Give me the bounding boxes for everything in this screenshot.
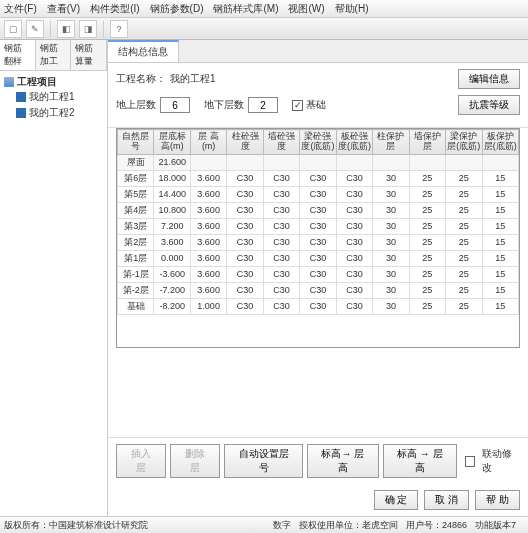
menu-viewm[interactable]: 视图(W) — [288, 2, 324, 16]
table-cell[interactable]: C30 — [227, 250, 263, 266]
table-cell[interactable]: 15 — [482, 250, 518, 266]
table-cell[interactable]: 3.600 — [190, 218, 226, 234]
table-cell[interactable]: C30 — [263, 186, 299, 202]
table-cell[interactable]: C30 — [336, 282, 372, 298]
table-cell[interactable]: C30 — [227, 218, 263, 234]
col-header[interactable]: 柱保护层 — [373, 130, 409, 155]
table-cell[interactable]: C30 — [263, 170, 299, 186]
table-cell[interactable]: 3.600 — [190, 282, 226, 298]
edit-info-button[interactable]: 编辑信息 — [458, 69, 520, 89]
table-cell[interactable]: 第6层 — [118, 170, 154, 186]
table-row[interactable]: 基础-8.2001.000C30C30C30C3030252515 — [118, 298, 519, 314]
table-cell[interactable]: C30 — [263, 218, 299, 234]
table-row[interactable]: 第4层10.8003.600C30C30C30C3030252515 — [118, 202, 519, 218]
col-header[interactable]: 板砼强度(底筋) — [336, 130, 372, 155]
table-cell[interactable]: 30 — [373, 298, 409, 314]
table-cell[interactable]: 30 — [373, 234, 409, 250]
elev-to-height-button[interactable]: 标高→ 层高 — [307, 444, 379, 478]
table-cell[interactable]: C30 — [336, 250, 372, 266]
table-cell[interactable]: 25 — [446, 218, 482, 234]
table-cell[interactable]: C30 — [336, 298, 372, 314]
table-cell[interactable]: 25 — [409, 234, 445, 250]
table-cell[interactable]: 21.600 — [154, 154, 190, 170]
table-cell[interactable]: 1.000 — [190, 298, 226, 314]
table-cell[interactable]: 3.600 — [190, 250, 226, 266]
table-cell[interactable]: 30 — [373, 250, 409, 266]
col-header[interactable]: 自然层号 — [118, 130, 154, 155]
table-row[interactable]: 第2层3.6003.600C30C30C30C3030252515 — [118, 234, 519, 250]
table-cell[interactable]: 25 — [446, 266, 482, 282]
table-cell[interactable]: 0.000 — [154, 250, 190, 266]
tool2-icon[interactable]: ◨ — [79, 20, 97, 38]
table-cell[interactable]: 15 — [482, 218, 518, 234]
tab-structure-info[interactable]: 结构总信息 — [108, 40, 179, 62]
table-cell[interactable] — [482, 154, 518, 170]
tool-icon[interactable]: ◧ — [57, 20, 75, 38]
table-cell[interactable]: 30 — [373, 266, 409, 282]
table-cell[interactable]: C30 — [336, 170, 372, 186]
table-cell[interactable]: -8.200 — [154, 298, 190, 314]
table-cell[interactable] — [446, 154, 482, 170]
table-cell[interactable]: C30 — [300, 250, 336, 266]
table-cell[interactable]: 25 — [446, 298, 482, 314]
table-row[interactable]: 屋面21.600 — [118, 154, 519, 170]
table-cell[interactable]: C30 — [300, 266, 336, 282]
delete-row-button[interactable]: 删除层 — [170, 444, 220, 478]
table-cell[interactable]: C30 — [300, 234, 336, 250]
table-row[interactable]: 第3层7.2003.600C30C30C30C3030252515 — [118, 218, 519, 234]
table-cell[interactable]: 30 — [373, 170, 409, 186]
table-cell[interactable]: 10.800 — [154, 202, 190, 218]
col-header[interactable]: 墙砼强度 — [263, 130, 299, 155]
table-cell[interactable]: 25 — [446, 282, 482, 298]
auto-number-button[interactable]: 自动设置层号 — [224, 444, 302, 478]
table-cell[interactable]: 25 — [446, 170, 482, 186]
table-cell[interactable] — [336, 154, 372, 170]
table-cell[interactable]: 25 — [409, 266, 445, 282]
table-cell[interactable]: 3.600 — [190, 170, 226, 186]
table-cell[interactable]: C30 — [263, 266, 299, 282]
table-cell[interactable]: 7.200 — [154, 218, 190, 234]
table-cell[interactable] — [227, 154, 263, 170]
table-cell[interactable]: 第5层 — [118, 186, 154, 202]
table-cell[interactable]: 3.600 — [190, 234, 226, 250]
table-cell[interactable] — [373, 154, 409, 170]
table-cell[interactable]: 15 — [482, 282, 518, 298]
linked-edit-checkbox[interactable] — [465, 456, 475, 467]
table-cell[interactable]: 3.600 — [154, 234, 190, 250]
table-cell[interactable]: C30 — [227, 170, 263, 186]
menu-param[interactable]: 钢筋参数(D) — [150, 2, 204, 16]
table-cell[interactable]: 25 — [409, 298, 445, 314]
menu-help[interactable]: 帮助(H) — [335, 2, 369, 16]
foundation-checkbox[interactable]: ✓ — [292, 100, 303, 111]
menu-component[interactable]: 构件类型(I) — [90, 2, 139, 16]
table-cell[interactable]: 第3层 — [118, 218, 154, 234]
menu-file[interactable]: 文件(F) — [4, 2, 37, 16]
table-cell[interactable]: 第-1层 — [118, 266, 154, 282]
table-cell[interactable]: 3.600 — [190, 202, 226, 218]
table-cell[interactable]: C30 — [336, 218, 372, 234]
cancel-button[interactable]: 取 消 — [424, 490, 469, 510]
table-cell[interactable]: C30 — [263, 234, 299, 250]
tree-item-project2[interactable]: 我的工程2 — [4, 105, 103, 121]
table-cell[interactable]: 第2层 — [118, 234, 154, 250]
menu-style[interactable]: 钢筋样式库(M) — [213, 2, 278, 16]
tab-rebar-sample[interactable]: 钢筋翻样 — [0, 40, 36, 70]
col-header[interactable]: 层 高(m) — [190, 130, 226, 155]
table-cell[interactable]: 第-2层 — [118, 282, 154, 298]
table-cell[interactable]: 25 — [409, 250, 445, 266]
table-cell[interactable]: 屋面 — [118, 154, 154, 170]
col-header[interactable]: 层底标高(m) — [154, 130, 190, 155]
table-cell[interactable]: 30 — [373, 282, 409, 298]
table-cell[interactable]: C30 — [227, 202, 263, 218]
table-cell[interactable]: C30 — [300, 170, 336, 186]
table-cell[interactable]: C30 — [263, 282, 299, 298]
table-cell[interactable]: 15 — [482, 202, 518, 218]
table-cell[interactable]: 25 — [409, 282, 445, 298]
table-cell[interactable]: C30 — [227, 234, 263, 250]
table-cell[interactable]: C30 — [300, 186, 336, 202]
table-cell[interactable]: C30 — [263, 250, 299, 266]
below-floors-input[interactable] — [248, 97, 278, 113]
table-cell[interactable]: 3.600 — [190, 266, 226, 282]
table-cell[interactable]: 第1层 — [118, 250, 154, 266]
new-icon[interactable]: ▢ — [4, 20, 22, 38]
